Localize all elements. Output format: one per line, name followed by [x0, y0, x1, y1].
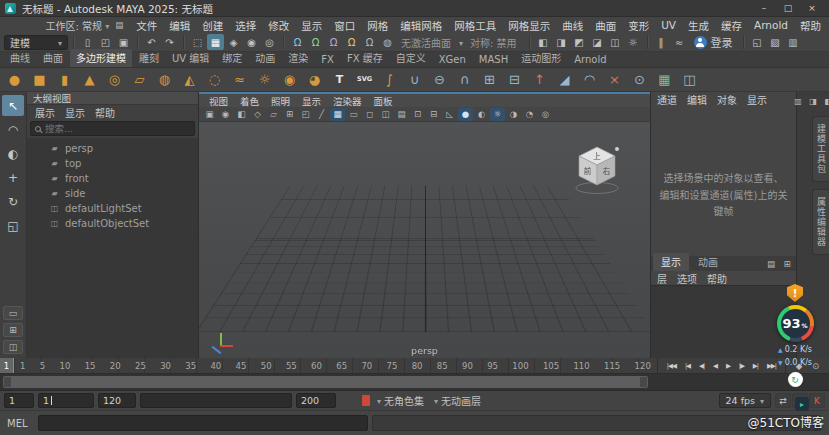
outliner-search-box[interactable]: [30, 121, 195, 136]
sweep-mesh-icon[interactable]: ∫: [379, 69, 400, 90]
menu-item[interactable]: 网格: [361, 18, 394, 33]
snap-to-grids-icon[interactable]: Ω: [289, 34, 306, 50]
range-slider[interactable]: [3, 376, 648, 388]
boolean-union-icon[interactable]: ∪: [404, 69, 425, 90]
textured-mode-icon[interactable]: ◐: [474, 108, 489, 121]
maximize-button[interactable]: □: [776, 1, 800, 16]
grease-pencil-icon[interactable]: ╱: [314, 108, 329, 121]
menu-item[interactable]: 修改: [262, 18, 295, 33]
go-to-start-button[interactable]: |◀◀: [667, 362, 676, 370]
menu-item[interactable]: Arnold: [748, 19, 794, 31]
step-back-key-button[interactable]: |◀: [685, 362, 690, 370]
shelf-tab[interactable]: 多边形建模: [70, 49, 132, 67]
poly-cube-icon[interactable]: ■: [29, 69, 50, 90]
command-line-input[interactable]: [38, 415, 368, 431]
poly-sphere-icon[interactable]: ●: [4, 69, 25, 90]
login-button[interactable]: 登录: [689, 34, 738, 50]
poly-cylinder-icon[interactable]: ▮: [54, 69, 75, 90]
separate-icon[interactable]: ⊟: [504, 69, 525, 90]
ghosting-icon[interactable]: ▧: [767, 34, 784, 50]
poly-disc-icon[interactable]: ◍: [154, 69, 175, 90]
extrude-icon[interactable]: ↑: [529, 69, 550, 90]
outliner-item[interactable]: ▰ persp: [27, 141, 198, 156]
sidebar-vertical-tab[interactable]: 建模工具包: [812, 116, 829, 182]
menu-item[interactable]: 变形: [622, 18, 655, 33]
boolean-difference-icon[interactable]: ⊖: [429, 69, 450, 90]
shelf-tab[interactable]: FX 缓存: [341, 49, 389, 67]
refresh-icon[interactable]: ↻: [788, 372, 803, 387]
playback-end-field[interactable]: 120: [98, 393, 136, 408]
cached-playback-icon[interactable]: ≈: [671, 34, 688, 50]
viewport-menu-item[interactable]: 面板: [368, 94, 399, 108]
shelf-tab[interactable]: 绑定: [216, 49, 248, 67]
xray-icon[interactable]: ◔: [522, 108, 537, 121]
shelf-tab[interactable]: FX: [315, 53, 340, 67]
poly-pyramid-icon[interactable]: ◭: [179, 69, 200, 90]
open-scene-icon[interactable]: ◰: [97, 34, 114, 50]
shadows-icon[interactable]: ◑: [506, 108, 521, 121]
snapshot-icon[interactable]: ◱: [749, 34, 766, 50]
outliner-item[interactable]: ◫ defaultLightSet: [27, 201, 198, 216]
make-live-icon[interactable]: ◍: [379, 34, 396, 50]
shelf-tab[interactable]: 运动图形: [515, 49, 567, 67]
menu-item[interactable]: 窗口: [328, 18, 361, 33]
render-settings-icon[interactable]: ◪: [589, 34, 606, 50]
menu-item[interactable]: 编辑网格: [394, 18, 448, 33]
2d-pan-zoom-icon[interactable]: ⊞: [282, 108, 297, 121]
menu-item[interactable]: 编辑: [163, 18, 196, 33]
viewport-menu-item[interactable]: 着色: [234, 94, 265, 108]
playback-speed-icon[interactable]: ⇄: [775, 393, 791, 408]
viewport-canvas[interactable]: 上 前 右 persp: [199, 122, 650, 358]
layer-editor-tab[interactable]: 显示: [653, 253, 689, 271]
safe-action-icon[interactable]: ⊡: [410, 108, 425, 121]
boolean-intersection-icon[interactable]: ∩: [454, 69, 475, 90]
ipr-render-icon[interactable]: ◩: [571, 34, 588, 50]
channel-box-menu-item[interactable]: 编辑: [682, 92, 712, 107]
light-editor-icon[interactable]: ☼: [625, 34, 642, 50]
select-component-icon[interactable]: ◈: [225, 34, 242, 50]
select-tool[interactable]: ↖: [2, 95, 24, 116]
layer-editor-menu-item[interactable]: 选项: [672, 271, 702, 286]
bookmarks-icon[interactable]: ◇: [250, 108, 265, 121]
menu-item[interactable]: 显示: [295, 18, 328, 33]
command-line-language-button[interactable]: MEL: [4, 418, 38, 429]
snap-to-curves-icon[interactable]: Ω: [307, 34, 324, 50]
play-backwards-button[interactable]: ◀: [713, 362, 717, 370]
step-back-frame-button[interactable]: ◀|: [699, 362, 704, 370]
fps-dropdown[interactable]: 24 fps: [719, 393, 771, 408]
select-object-icon[interactable]: ▦: [207, 34, 224, 50]
menu-item[interactable]: 文件: [130, 18, 163, 33]
split-pane-layout-button[interactable]: ◫: [3, 340, 23, 354]
shelf-tab[interactable]: 动画: [249, 49, 281, 67]
lights-icon[interactable]: ☼: [490, 108, 505, 121]
poly-pipe-icon[interactable]: ◌: [204, 69, 225, 90]
play-forwards-button[interactable]: ▶: [726, 362, 730, 370]
anim-layer-dropdown[interactable]: 无动画层: [431, 393, 484, 408]
camera-attributes-icon[interactable]: ◧: [234, 108, 249, 121]
poly-text-icon[interactable]: T: [329, 69, 350, 90]
viewport-menu-item[interactable]: 视图: [203, 94, 234, 108]
menu-item[interactable]: UV: [655, 19, 682, 31]
menu-item[interactable]: 曲线: [556, 18, 589, 33]
target-weld-icon[interactable]: ⊙: [629, 69, 650, 90]
menu-item[interactable]: 帮助: [794, 18, 827, 33]
channel-box-menu-item[interactable]: 显示: [742, 92, 772, 107]
move-tool[interactable]: +: [2, 167, 24, 188]
film-gate-icon[interactable]: ▭: [346, 108, 361, 121]
layer-move-icon[interactable]: ▤: [764, 257, 778, 270]
image-plane-icon[interactable]: ▱: [266, 108, 281, 121]
minimize-button[interactable]: –: [752, 1, 776, 16]
sidebar-vertical-tab[interactable]: 属性编辑器: [812, 189, 829, 255]
four-pane-layout-button[interactable]: ⊞: [3, 323, 23, 337]
shelf-tab[interactable]: Arnold: [568, 53, 612, 67]
shelf-tab[interactable]: 雕刻: [133, 49, 165, 67]
layer-editor-menu-item[interactable]: 层: [652, 271, 672, 286]
mirror-icon[interactable]: ◫: [679, 69, 700, 90]
gate-mask-icon[interactable]: ◫: [378, 108, 393, 121]
select-rays-icon[interactable]: ◎: [261, 34, 278, 50]
floating-assistant-overlay[interactable]: ! 93 % ▲ 0.2 K/s ▼ 0.0 K/s ↻: [774, 284, 816, 387]
timeline-bookmark-marker[interactable]: [362, 395, 370, 406]
resolution-gate-icon[interactable]: ◻: [362, 108, 377, 121]
snap-to-projected-center-icon[interactable]: Ω: [343, 34, 360, 50]
menu-item[interactable]: 曲面: [589, 18, 622, 33]
